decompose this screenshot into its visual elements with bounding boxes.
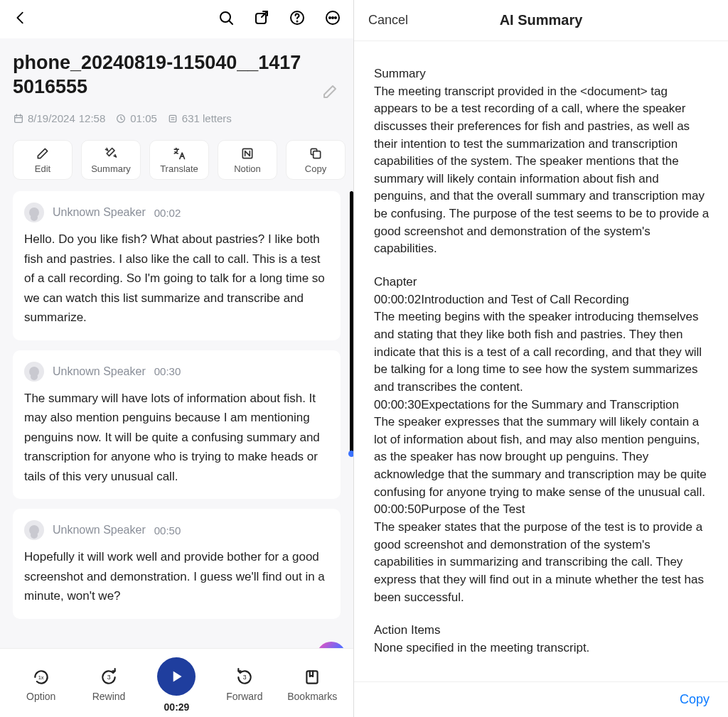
- chapter-title: Introduction and Test of Call Recording: [421, 293, 629, 306]
- svg-line-1: [229, 21, 232, 24]
- player-position: 00:29: [164, 701, 190, 713]
- congrats-block: Congrats, you got the transcript! Is Not…: [13, 629, 341, 648]
- action-label: Translate: [160, 163, 198, 174]
- svg-point-7: [329, 17, 331, 18]
- summary-button[interactable]: Summary: [81, 140, 141, 180]
- action-items-head: Action Items: [374, 622, 711, 640]
- avatar: [24, 203, 44, 222]
- speaker-name: Unknown Speaker: [53, 206, 146, 219]
- ai-body[interactable]: Summary The meeting transcript provided …: [354, 41, 728, 681]
- action-label: Notion: [234, 163, 261, 174]
- player-label: Option: [26, 691, 55, 702]
- back-button[interactable]: [10, 7, 31, 28]
- date-value: 8/19/2024: [28, 112, 75, 124]
- cancel-button[interactable]: Cancel: [368, 13, 408, 28]
- transcript-pane: phone_20240819-115040__14175016555 8/19/…: [0, 0, 354, 717]
- avatar: [24, 362, 44, 382]
- player-option-button[interactable]: 1x Option: [14, 668, 69, 702]
- svg-marker-22: [173, 671, 182, 681]
- speaker-name: Unknown Speaker: [53, 524, 146, 537]
- transcript-segment[interactable]: Unknown Speaker 00:30 The summary will h…: [13, 350, 341, 500]
- player-rewind-button[interactable]: 3 Rewind: [81, 668, 136, 702]
- svg-rect-10: [15, 115, 23, 122]
- svg-point-8: [332, 17, 333, 18]
- svg-rect-19: [314, 151, 321, 158]
- chapter-body: The speaker expresses that the summary w…: [374, 414, 711, 501]
- chapter-entry: 00:00:02Introduction and Test of Call Re…: [374, 291, 711, 397]
- segment-time: 00:50: [154, 524, 181, 537]
- duration-value: 01:05: [130, 112, 157, 124]
- meta-date: 8/19/2024 12:58: [13, 112, 105, 124]
- chapter-body: The meeting begins with the speaker intr…: [374, 308, 711, 396]
- edit-button[interactable]: Edit: [13, 140, 73, 180]
- player-label: Rewind: [92, 691, 126, 702]
- chapter-time: 00:00:50: [374, 502, 421, 516]
- ai-summary-title: AI Summary: [354, 12, 728, 28]
- chapter-time: 00:00:02: [374, 293, 421, 306]
- svg-text:3: 3: [107, 674, 111, 681]
- share-icon[interactable]: [251, 7, 272, 28]
- chapter-title: Expectations for the Summary and Transcr…: [421, 398, 679, 411]
- transcript-segment[interactable]: Unknown Speaker 00:02 Hello. Do you like…: [13, 191, 341, 340]
- letters-value: 631 letters: [182, 112, 232, 124]
- segment-text: Hello. Do you like fish? What about past…: [24, 230, 329, 328]
- summary-head: Summary: [374, 65, 711, 83]
- transcript-segment[interactable]: Unknown Speaker 00:50 Hopefully it will …: [13, 509, 341, 619]
- player-label: Forward: [226, 691, 262, 702]
- transcript-list[interactable]: Unknown Speaker 00:02 Hello. Do you like…: [0, 191, 353, 648]
- scrollbar-thumb[interactable]: [350, 191, 353, 454]
- chapter-body: The speaker states that the purpose of t…: [374, 519, 711, 606]
- player-play-button[interactable]: 00:29: [149, 657, 204, 713]
- meta-duration: 01:05: [115, 112, 157, 124]
- action-row: Edit Summary Translate Notion Copy: [0, 130, 353, 191]
- svg-point-9: [335, 17, 336, 18]
- title-block: phone_20240819-115040__14175016555 8/19/…: [0, 38, 353, 130]
- help-icon[interactable]: [287, 7, 308, 28]
- player-forward-button[interactable]: 3 Forward: [217, 668, 272, 702]
- meta-letters: 631 letters: [167, 112, 232, 124]
- notion-button[interactable]: Notion: [218, 140, 277, 180]
- chapter-entry: 00:00:30Expectations for the Summary and…: [374, 397, 711, 502]
- player-label: Bookmarks: [287, 691, 337, 702]
- chapter-title: Purpose of the Test: [421, 502, 525, 516]
- more-icon[interactable]: [322, 7, 343, 28]
- player-bar: 1x Option 3 Rewind 00:29 3 Forward Bookm…: [0, 648, 353, 717]
- action-items-body: None specified in the meeting transcript…: [374, 640, 711, 657]
- segment-time: 00:30: [154, 365, 181, 377]
- scroll-position-indicator[interactable]: [348, 451, 353, 457]
- segment-text: Hopefully it will work well and provide …: [24, 547, 329, 606]
- chapter-head: Chapter: [374, 274, 711, 291]
- speaker-name: Unknown Speaker: [53, 365, 146, 378]
- svg-rect-15: [169, 115, 176, 122]
- svg-text:3: 3: [243, 674, 247, 681]
- edit-title-icon[interactable]: [319, 81, 341, 102]
- copy-summary-button[interactable]: Copy: [680, 692, 710, 706]
- player-bookmarks-button[interactable]: Bookmarks: [284, 668, 340, 702]
- left-toolbar: [0, 0, 353, 38]
- avatar: [24, 520, 44, 540]
- recording-title: phone_20240819-115040__14175016555: [13, 51, 311, 99]
- action-label: Summary: [91, 163, 131, 174]
- time-value: 12:58: [79, 112, 106, 124]
- copy-button[interactable]: Copy: [286, 140, 346, 180]
- ai-footer: Copy: [354, 681, 728, 717]
- svg-point-5: [297, 21, 298, 22]
- summary-body: The meeting transcript provided in the <…: [374, 83, 711, 258]
- segment-time: 00:02: [154, 207, 181, 219]
- chapter-entry: 00:00:50Purpose of the Test The speaker …: [374, 501, 711, 606]
- translate-button[interactable]: Translate: [149, 140, 209, 180]
- svg-text:1x: 1x: [38, 674, 43, 681]
- congrats-line1: Congrats, you got the transcript!: [13, 646, 341, 648]
- action-label: Copy: [305, 163, 326, 174]
- meta-row: 8/19/2024 12:58 01:05 631 letters: [13, 112, 341, 124]
- search-icon[interactable]: [215, 7, 237, 28]
- action-label: Edit: [35, 163, 50, 174]
- chapter-time: 00:00:30: [374, 398, 421, 411]
- ai-header: Cancel AI Summary: [354, 0, 728, 41]
- ai-summary-pane: Cancel AI Summary Summary The meeting tr…: [354, 0, 728, 717]
- segment-text: The summary will have lots of informatio…: [24, 389, 329, 487]
